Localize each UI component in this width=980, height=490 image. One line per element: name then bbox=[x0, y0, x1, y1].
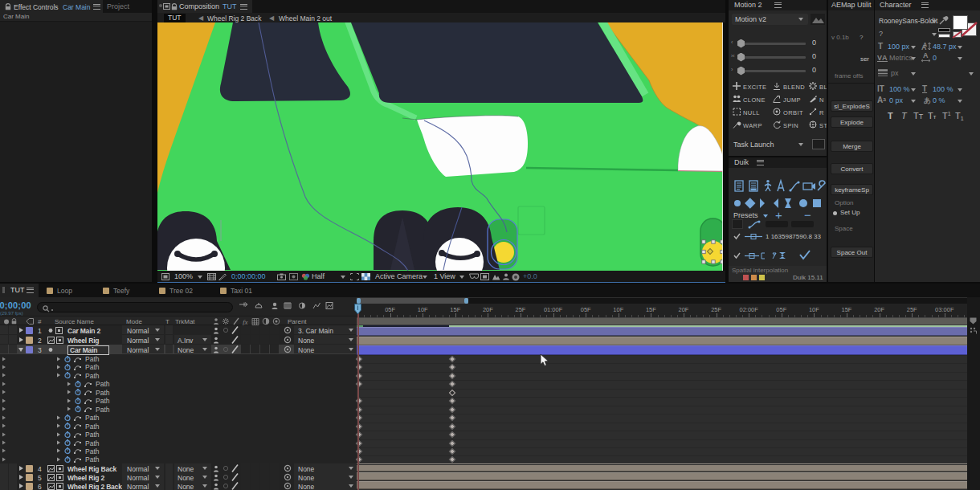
transparency-grid-icon[interactable] bbox=[361, 273, 370, 280]
motion-tool-excite[interactable]: EXCITE bbox=[733, 81, 766, 92]
video-switch[interactable] bbox=[0, 335, 8, 344]
font-size-value[interactable]: 100 px bbox=[888, 43, 909, 51]
switch-cell[interactable] bbox=[270, 472, 279, 481]
channels-icon[interactable] bbox=[301, 273, 310, 280]
slider-value[interactable]: 0 bbox=[812, 39, 816, 47]
preserve-transparency-switch[interactable] bbox=[165, 325, 173, 334]
motion-task-dropdown[interactable]: Task Launch bbox=[732, 139, 808, 150]
layer-parent-value[interactable]: None bbox=[298, 483, 314, 490]
switch-cell[interactable] bbox=[270, 463, 279, 472]
panel-menu-icon[interactable] bbox=[921, 2, 929, 8]
layer-name[interactable]: Wheel Rig bbox=[67, 337, 99, 345]
stopwatch-icon[interactable] bbox=[75, 381, 81, 387]
timeline-btn-icon[interactable] bbox=[502, 273, 510, 280]
stopwatch-icon[interactable] bbox=[64, 447, 71, 454]
mask-visibility-icon[interactable] bbox=[218, 273, 227, 280]
slider-handle[interactable] bbox=[737, 39, 745, 48]
zoom-icon[interactable] bbox=[161, 273, 169, 280]
switch-cell[interactable] bbox=[241, 325, 250, 334]
property-twirl-icon[interactable] bbox=[56, 373, 61, 378]
stopwatch-icon[interactable] bbox=[64, 364, 71, 370]
preserve-transparency-switch[interactable] bbox=[165, 472, 173, 481]
path-property-row[interactable]: Path bbox=[0, 431, 356, 439]
parent-pickwhip-icon[interactable] bbox=[284, 336, 292, 344]
timeline-timecode[interactable]: 0;00;00;00 bbox=[0, 300, 31, 310]
stopwatch-icon[interactable] bbox=[64, 439, 71, 446]
property-twirl-icon[interactable] bbox=[67, 390, 71, 394]
path-property-label[interactable]: Path bbox=[96, 380, 110, 388]
preserve-transparency-switch[interactable] bbox=[165, 335, 173, 344]
motion-tool-warp[interactable]: WARP bbox=[733, 120, 766, 130]
path-edge-twirl-icon[interactable] bbox=[2, 373, 6, 378]
switch-cell[interactable] bbox=[241, 345, 250, 353]
layer-trkmat-value[interactable]: None bbox=[178, 465, 194, 473]
navigator-start-handle[interactable] bbox=[357, 298, 361, 304]
layer-trkmat-value[interactable]: None bbox=[178, 346, 194, 354]
stopwatch-icon[interactable] bbox=[75, 389, 81, 395]
switch-cell[interactable] bbox=[260, 335, 269, 344]
work-area-bar[interactable] bbox=[357, 317, 967, 325]
switch-cell[interactable] bbox=[241, 481, 250, 490]
roi-icon[interactable] bbox=[350, 273, 359, 280]
video-switch[interactable] bbox=[0, 463, 8, 472]
layer-parent-value[interactable]: None bbox=[298, 337, 314, 345]
path-property-label[interactable]: Path bbox=[96, 389, 110, 397]
layer-mode-value[interactable]: Normal bbox=[127, 346, 149, 354]
switch-cell[interactable] bbox=[241, 335, 250, 344]
layer-row[interactable]: 6Wheel Rig 2 BackNormalNoneNone bbox=[0, 481, 356, 490]
layer-label-chip[interactable] bbox=[26, 337, 33, 344]
aemap-button-explode[interactable]: Explode bbox=[831, 116, 873, 128]
aemap-radio-setup[interactable]: Set Up bbox=[833, 209, 872, 217]
panel-menu-icon[interactable] bbox=[757, 160, 764, 165]
font-family-caret-icon[interactable] bbox=[932, 20, 937, 23]
audio-switch[interactable] bbox=[9, 481, 17, 490]
layer-mode-value[interactable]: Normal bbox=[127, 474, 149, 482]
exposure-value[interactable]: +0.0 bbox=[523, 272, 537, 280]
path-edge-twirl-icon[interactable] bbox=[2, 365, 6, 370]
playhead[interactable] bbox=[354, 304, 361, 315]
property-twirl-icon[interactable] bbox=[67, 406, 71, 411]
audio-switch[interactable] bbox=[9, 463, 17, 472]
duik-confirm-icon[interactable] bbox=[799, 250, 811, 259]
path-property-row[interactable]: Path bbox=[0, 422, 356, 430]
preserve-transparency-switch[interactable] bbox=[165, 463, 173, 472]
resolution-caret-icon[interactable] bbox=[341, 276, 345, 279]
aemap-button-space-out[interactable]: Space Out bbox=[831, 247, 873, 258]
keyframe-diamond[interactable] bbox=[449, 414, 455, 421]
layer-duration-bar[interactable] bbox=[357, 472, 967, 480]
motion-tool-rig[interactable]: R bbox=[809, 107, 827, 117]
slider-track[interactable] bbox=[740, 70, 806, 72]
layer-label-chip[interactable] bbox=[26, 474, 33, 481]
mode-caret-icon[interactable] bbox=[155, 484, 160, 488]
duik-slider-a[interactable] bbox=[766, 221, 788, 227]
camera-view-value[interactable]: Active Camera bbox=[375, 272, 423, 280]
slider-track[interactable] bbox=[740, 56, 806, 59]
parent-pickwhip-icon[interactable] bbox=[284, 482, 292, 490]
aemap-button-keyframesp[interactable]: keyframeSp bbox=[831, 184, 873, 195]
motion-tool-null[interactable]: NULL bbox=[733, 107, 766, 117]
layer-row[interactable]: 1Car Main 2Normal3. Car Main bbox=[0, 325, 356, 335]
interp-yellow-swatch[interactable] bbox=[759, 275, 765, 280]
tsume-caret-icon[interactable] bbox=[958, 100, 962, 103]
default-white-swatch[interactable] bbox=[938, 34, 950, 38]
layer-parent-value[interactable]: None bbox=[298, 474, 314, 482]
stroke-width-caret-icon[interactable] bbox=[911, 72, 916, 76]
property-twirl-icon[interactable] bbox=[67, 382, 71, 386]
camera-caret-icon[interactable] bbox=[423, 276, 427, 279]
comp-marker-bin-icon[interactable] bbox=[970, 317, 977, 325]
subscript-button[interactable]: T1 bbox=[955, 111, 964, 121]
duik-check-icon[interactable] bbox=[733, 233, 741, 239]
path-edge-twirl-icon[interactable] bbox=[2, 398, 6, 403]
layer-trkmat-value[interactable]: None bbox=[178, 483, 194, 490]
property-twirl-icon[interactable] bbox=[56, 365, 61, 370]
path-property-label[interactable]: Path bbox=[96, 406, 110, 414]
path-edge-twirl-icon[interactable] bbox=[2, 457, 6, 462]
parent-pickwhip-icon[interactable] bbox=[284, 464, 292, 472]
time-ruler[interactable]: 05F10F15F20F25F01:00F05F10F15F20F25F02:0… bbox=[357, 304, 967, 317]
keyframe-diamond[interactable] bbox=[449, 439, 455, 446]
switch-cell[interactable] bbox=[251, 325, 259, 334]
motion-tool-clone[interactable]: CLONE bbox=[733, 94, 766, 104]
panel-menu-icon[interactable] bbox=[774, 2, 782, 8]
stopwatch-icon[interactable] bbox=[64, 431, 71, 438]
switch-cell[interactable] bbox=[241, 472, 250, 481]
